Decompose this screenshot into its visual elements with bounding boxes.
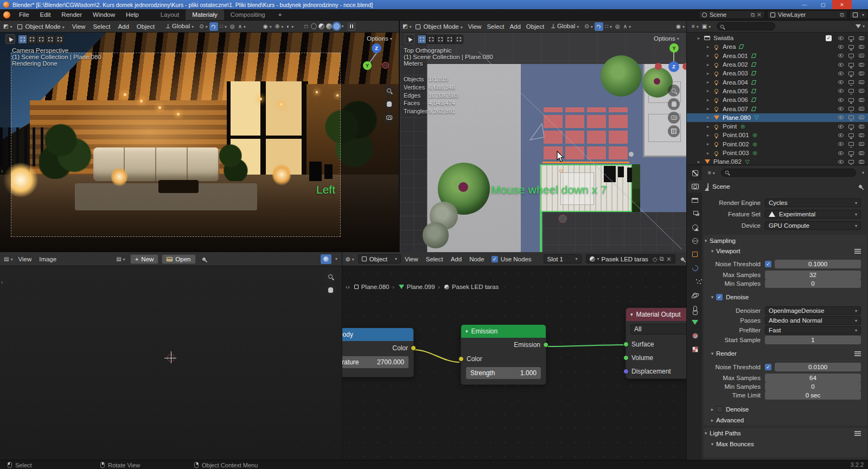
- properties-tab[interactable]: [688, 248, 702, 260]
- minimize-button[interactable]: —: [795, 0, 814, 9]
- outliner-row[interactable]: ▸ Point.003 ✓: [687, 149, 868, 157]
- editor-type-icon[interactable]: ▤▾: [4, 256, 12, 262]
- editor-type-icon[interactable]: ◍▾: [346, 256, 354, 262]
- copy-icon[interactable]: ⧉: [660, 255, 664, 262]
- filter-icon[interactable]: [856, 24, 861, 28]
- collection-checkbox[interactable]: ✓: [826, 35, 832, 41]
- filter-caret[interactable]: ▾: [863, 24, 865, 29]
- object-name[interactable]: Area.006: [723, 97, 748, 103]
- properties-tab[interactable]: [688, 316, 702, 328]
- disable-render-icon[interactable]: [857, 107, 866, 111]
- disable-render-icon[interactable]: [857, 98, 866, 102]
- expand-arrow-icon[interactable]: ▸: [707, 133, 712, 138]
- disable-viewport-icon[interactable]: [846, 72, 856, 75]
- editor-type-icon[interactable]: ◩▾: [3, 23, 12, 29]
- hide-eye-icon[interactable]: [836, 80, 845, 84]
- properties-tab[interactable]: [688, 303, 702, 314]
- menu-item[interactable]: View: [72, 23, 86, 30]
- properties-tab[interactable]: [688, 167, 702, 179]
- display-channels-icon[interactable]: [321, 254, 331, 264]
- render-engine-dropdown[interactable]: Cycles▾: [765, 198, 861, 207]
- denoise2-checkbox[interactable]: ✓: [716, 406, 723, 413]
- filter-type-icon[interactable]: ▣▾: [702, 23, 711, 29]
- disable-viewport-icon[interactable]: [846, 142, 856, 146]
- pan-button[interactable]: [324, 284, 336, 296]
- image-canvas[interactable]: ›: [0, 266, 342, 460]
- visibility-icon[interactable]: ◉▾: [263, 23, 272, 29]
- hide-eye-icon[interactable]: [836, 63, 845, 67]
- outliner-search-input[interactable]: [717, 22, 775, 30]
- workspace-tab[interactable]: Materiały: [186, 9, 224, 20]
- expand-arrow-icon[interactable]: ▸: [698, 36, 703, 41]
- disable-viewport-icon[interactable]: [846, 45, 856, 49]
- hide-eye-icon[interactable]: [836, 89, 845, 93]
- axis-x2-ball[interactable]: [682, 63, 686, 70]
- expand-arrow-icon[interactable]: ▸: [707, 80, 712, 85]
- camera-render-view[interactable]: Options▾ Camera Perspective (1) Scene Co…: [0, 33, 399, 252]
- denoise-subsection[interactable]: ▾✓Denoise: [702, 292, 868, 302]
- slot-dropdown[interactable]: Slot 1▾: [544, 254, 582, 264]
- prefilter-dropdown[interactable]: Fast▾: [765, 326, 861, 335]
- disable-render-icon[interactable]: [857, 89, 866, 93]
- shading-rendered-icon[interactable]: [334, 23, 340, 29]
- workspace-tab[interactable]: +: [272, 9, 289, 20]
- workspace-tab[interactable]: Layout: [154, 9, 186, 20]
- passes-dropdown[interactable]: Albedo and Normal▾: [765, 316, 861, 325]
- vp-max-value[interactable]: 32: [765, 271, 861, 279]
- pin-icon[interactable]: [201, 256, 206, 261]
- snap-with-icon[interactable]: ∷▾: [220, 23, 227, 29]
- properties-search-input[interactable]: [721, 169, 856, 177]
- disable-viewport-icon[interactable]: [846, 125, 856, 129]
- camera-view-button[interactable]: [383, 112, 395, 124]
- select-box-tool[interactable]: [417, 35, 426, 44]
- object-name[interactable]: Point.003: [723, 150, 749, 156]
- advanced-section[interactable]: ▸Advanced: [702, 415, 868, 425]
- object-name[interactable]: Point.001: [723, 132, 749, 138]
- fake-user-shield-icon[interactable]: ◇: [653, 255, 658, 263]
- select-intersect-tool[interactable]: [454, 35, 463, 44]
- select-extend-tool[interactable]: [27, 35, 36, 44]
- extra-selector[interactable]: ▾: [850, 10, 868, 19]
- menu-item[interactable]: Image: [39, 256, 56, 262]
- emission-strength-field[interactable]: Strength1.000: [466, 367, 541, 379]
- expand-arrow-icon[interactable]: ▸: [707, 88, 712, 93]
- sidebar-toggle-arrow[interactable]: ›: [1, 168, 3, 174]
- hide-eye-icon[interactable]: [836, 151, 845, 155]
- render-subsection[interactable]: ▾Render: [702, 349, 868, 358]
- editor-type-icon[interactable]: ◩▾: [403, 23, 411, 29]
- hide-eye-icon[interactable]: [836, 98, 845, 102]
- menu-item[interactable]: Render: [56, 9, 87, 20]
- axis-y-ball[interactable]: Y: [669, 43, 679, 53]
- socket-color-output[interactable]: [411, 345, 416, 351]
- shader-type-dropdown[interactable]: Object▾: [358, 254, 401, 264]
- select-box-tool[interactable]: [18, 35, 27, 44]
- preset-icon[interactable]: [854, 351, 861, 356]
- expand-arrow-icon[interactable]: ▸: [707, 71, 712, 76]
- outliner-row[interactable]: ▸ Point.002 ✓: [687, 140, 868, 149]
- r-max-value[interactable]: 64: [765, 374, 861, 382]
- menu-item[interactable]: Help: [120, 9, 144, 20]
- menu-item[interactable]: Add: [451, 256, 462, 262]
- axis-z-ball[interactable]: Z: [372, 43, 381, 53]
- pin-icon[interactable]: [680, 256, 684, 261]
- close-button[interactable]: ✕: [832, 0, 852, 9]
- disable-viewport-icon[interactable]: [846, 107, 856, 111]
- visibility-icon[interactable]: ◉▾: [676, 23, 685, 29]
- object-name[interactable]: Area.004: [723, 79, 748, 86]
- proportional-editing-icon[interactable]: ◎: [615, 23, 620, 29]
- nav-gizmo-right[interactable]: Y Z: [650, 42, 686, 76]
- menu-item[interactable]: File: [14, 9, 35, 20]
- pan-button[interactable]: [668, 98, 680, 110]
- disable-render-icon[interactable]: [857, 115, 866, 119]
- denoise-checkbox[interactable]: ✓: [716, 294, 723, 300]
- shading-solid-icon[interactable]: [318, 23, 324, 29]
- disable-render-icon[interactable]: [857, 133, 866, 137]
- tweak-tool-button[interactable]: [405, 34, 414, 44]
- node-emission-header[interactable]: ▾Emission: [461, 325, 546, 338]
- snap-toggle[interactable]: [209, 22, 218, 31]
- menu-item[interactable]: Add: [118, 23, 129, 30]
- disable-render-icon[interactable]: [857, 142, 866, 146]
- outliner-row[interactable]: ▸ Point.001 ✓: [687, 131, 868, 139]
- outliner-row[interactable]: ▸ Area.001 ✓: [687, 52, 868, 60]
- falloff-icon[interactable]: ∧▾: [623, 23, 631, 29]
